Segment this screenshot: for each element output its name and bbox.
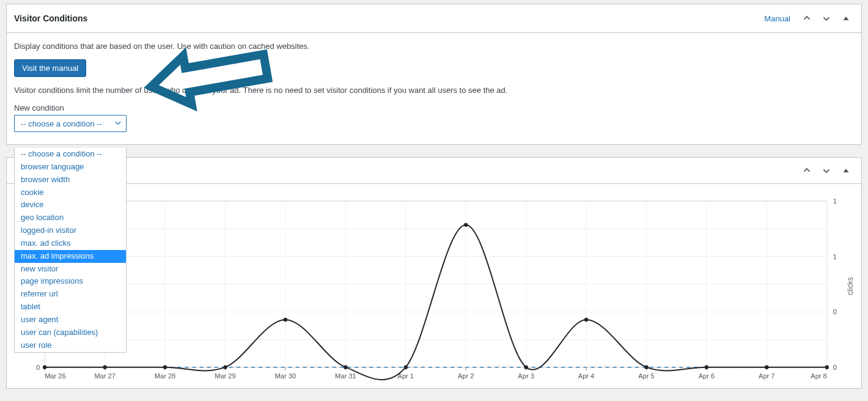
new-condition-label: New condition [14,103,854,112]
dropdown-option[interactable]: browser language [15,161,126,174]
svg-point-58 [223,365,227,369]
dropdown-option[interactable]: -- choose a condition -- [15,148,126,161]
move-down-button[interactable] [818,10,834,26]
svg-text:Apr 6: Apr 6 [699,372,715,380]
svg-point-59 [284,318,287,322]
visitor-conditions-panel: Visitor Conditions Manual Display condit… [6,4,862,145]
svg-point-56 [103,365,106,369]
panel-body: Display conditions that are based on the… [7,33,861,144]
dropdown-option[interactable]: new visitor [15,263,126,276]
svg-point-65 [644,365,648,369]
svg-text:Mar 30: Mar 30 [275,372,296,380]
svg-text:1: 1 [833,197,837,205]
svg-text:Mar 29: Mar 29 [215,372,235,380]
visit-manual-button[interactable]: Visit the manual [14,59,86,77]
svg-point-67 [765,365,768,369]
svg-text:0: 0 [833,308,837,315]
dropdown-option[interactable]: max. ad impressions [15,250,126,263]
right-axis-label: clicks [845,277,854,295]
dropdown-option[interactable]: referrer url [15,288,126,301]
description-2: Visitor conditions limit the number of u… [14,86,854,95]
collapse-button[interactable] [838,10,854,26]
chart-panel-actions [799,163,854,178]
svg-text:Mar 31: Mar 31 [335,372,356,380]
panel-actions: Manual [764,10,854,26]
chart-panel-header [7,158,861,184]
svg-text:0: 0 [833,364,837,371]
svg-text:0: 0 [36,364,40,371]
chart-move-down-button[interactable] [818,163,834,178]
svg-point-64 [584,318,588,322]
dropdown-option[interactable]: device [15,199,126,212]
panel-header: Visitor Conditions Manual [7,4,861,33]
svg-text:Apr 8: Apr 8 [811,372,826,380]
svg-point-61 [404,365,408,369]
dropdown-option[interactable]: user role [15,339,126,352]
move-up-button[interactable] [799,10,815,26]
dropdown-option[interactable]: geo location [15,212,126,224]
svg-point-55 [43,365,46,369]
svg-point-63 [524,365,528,369]
svg-point-60 [344,365,347,369]
svg-point-66 [705,365,708,369]
chart-collapse-button[interactable] [838,163,854,178]
dropdown-option[interactable]: user agent [15,314,126,326]
svg-text:Apr 3: Apr 3 [518,372,534,380]
svg-text:Mar 26: Mar 26 [45,372,65,380]
stats-chart-panel: 010011Mar 26Mar 27Mar 28Mar 29Mar 30Mar … [6,157,862,389]
condition-select[interactable]: -- choose a condition -- [14,115,127,132]
svg-text:Apr 4: Apr 4 [578,372,594,380]
svg-text:Apr 7: Apr 7 [759,372,774,380]
panel-title: Visitor Conditions [14,13,87,23]
dropdown-option[interactable]: max. ad clicks [15,237,126,250]
select-value: -- choose a condition -- [21,119,102,128]
dropdown-option[interactable]: logged-in visitor [15,224,126,237]
condition-dropdown[interactable]: -- choose a condition --browser language… [14,148,127,353]
svg-text:1: 1 [833,253,837,260]
manual-link[interactable]: Manual [764,14,790,23]
chevron-down-icon [114,119,122,129]
dropdown-option[interactable]: page impressions [15,275,126,288]
svg-text:Apr 5: Apr 5 [638,372,654,380]
chart-area: 010011Mar 26Mar 27Mar 28Mar 29Mar 30Mar … [7,184,861,388]
dropdown-option[interactable]: cookie [15,186,126,199]
svg-point-62 [464,223,468,227]
svg-text:Mar 27: Mar 27 [94,372,115,380]
chart-move-up-button[interactable] [799,163,815,178]
svg-text:Mar 28: Mar 28 [155,372,175,380]
svg-text:Apr 2: Apr 2 [458,372,474,380]
svg-point-68 [825,365,829,369]
dropdown-option[interactable]: user can (capabilities) [15,326,126,339]
dropdown-option[interactable]: browser width [15,174,126,186]
dropdown-option[interactable]: tablet [15,301,126,314]
line-chart: 010011Mar 26Mar 27Mar 28Mar 29Mar 30Mar … [30,195,854,386]
description-1: Display conditions that are based on the… [14,42,854,51]
svg-point-57 [163,365,167,369]
